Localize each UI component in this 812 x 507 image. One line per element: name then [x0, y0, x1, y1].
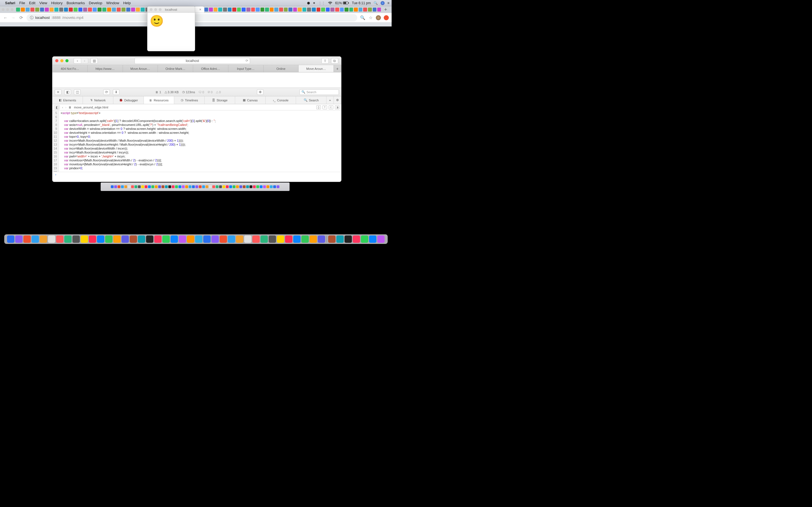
- safari-tab[interactable]: 404 Not Fo…: [52, 65, 88, 72]
- status-battery[interactable]: 61%: [335, 1, 349, 5]
- inspector-tab-timelines[interactable]: ◷Timelines: [174, 96, 205, 104]
- chrome-tab[interactable]: [223, 8, 227, 11]
- dock-app-icon[interactable]: [244, 235, 252, 243]
- chrome-tab[interactable]: [117, 8, 121, 11]
- dock-app-icon[interactable]: [56, 235, 63, 243]
- chrome-tab[interactable]: [279, 8, 283, 11]
- inspector-search-input[interactable]: 🔍 Search: [299, 89, 339, 95]
- dock-app-icon[interactable]: [32, 235, 39, 243]
- chrome-tab[interactable]: [21, 8, 25, 11]
- dock-app-icon[interactable]: [277, 235, 284, 243]
- chrome-tab[interactable]: [88, 8, 92, 11]
- back-icon[interactable]: ←: [3, 15, 8, 20]
- menubar-app-name[interactable]: Safari: [5, 1, 15, 5]
- dock-app-icon[interactable]: [285, 235, 292, 243]
- safari-tab[interactable]: Move Aroun…: [123, 65, 158, 72]
- chrome-tab[interactable]: [126, 8, 130, 11]
- menu-edit[interactable]: Edit: [29, 1, 35, 5]
- dock-app-icon[interactable]: [361, 235, 368, 243]
- chrome-tab[interactable]: [64, 8, 68, 11]
- chrome-tab[interactable]: [345, 8, 349, 11]
- safari-tabs-button[interactable]: ⧉: [331, 58, 338, 64]
- chrome-tab[interactable]: [251, 8, 255, 11]
- dock-app-icon[interactable]: [369, 235, 376, 243]
- dock-app-icon[interactable]: [162, 235, 170, 243]
- dock-app-icon[interactable]: [7, 235, 14, 243]
- inspector-add-tab-button[interactable]: +: [326, 96, 334, 104]
- star-icon[interactable]: ☆: [368, 15, 373, 20]
- safari-address-field[interactable]: localhost ⟳: [135, 58, 250, 64]
- chrome-tab[interactable]: [335, 8, 339, 11]
- dock-app-icon[interactable]: [40, 235, 47, 243]
- dock-app-icon[interactable]: [318, 235, 325, 243]
- console-prompt[interactable]: ›: [52, 172, 341, 177]
- chrome-tab[interactable]: [102, 8, 106, 11]
- chrome-tab[interactable]: [131, 8, 135, 11]
- chrome-tab[interactable]: [69, 8, 73, 11]
- chrome-tab[interactable]: [274, 8, 278, 11]
- dock-app-icon[interactable]: [353, 235, 360, 243]
- dock-app-icon[interactable]: [97, 235, 104, 243]
- dock-app-icon[interactable]: [170, 235, 178, 243]
- chrome-active-tab[interactable]: ×: [194, 6, 204, 13]
- safari-tab[interactable]: Office Admi…: [193, 65, 229, 72]
- popup-min-icon[interactable]: [154, 8, 157, 11]
- popup-titlebar[interactable]: localhost: [147, 6, 195, 13]
- status-bluetooth-icon[interactable]: ⋮⋮: [318, 1, 325, 5]
- chrome-tab[interactable]: [112, 8, 116, 11]
- chrome-tab[interactable]: [331, 8, 335, 11]
- chrome-tab[interactable]: [107, 8, 111, 11]
- dock-app-icon[interactable]: [130, 235, 137, 243]
- status-notifications-icon[interactable]: ≡: [388, 1, 389, 5]
- reload-icon[interactable]: ⟳: [18, 15, 24, 20]
- extension-icon[interactable]: [384, 15, 389, 20]
- chrome-tab[interactable]: [59, 8, 63, 11]
- chrome-tab[interactable]: [93, 8, 97, 11]
- details-sidebar-button[interactable]: ◨: [335, 105, 340, 109]
- dock-app-icon[interactable]: [236, 235, 243, 243]
- safari-traffic-lights[interactable]: [55, 59, 68, 62]
- chrome-tab[interactable]: [298, 8, 302, 11]
- safari-reload-icon[interactable]: ⟳: [246, 59, 248, 62]
- chrome-tab[interactable]: [260, 8, 264, 11]
- inspector-dock-detach-button[interactable]: ◫: [74, 89, 81, 95]
- chrome-tab[interactable]: [232, 8, 236, 11]
- menu-develop[interactable]: Develop: [89, 1, 102, 5]
- pretty-print-button[interactable]: {}: [316, 105, 321, 109]
- safari-tab[interactable]: https://www…: [88, 65, 123, 72]
- menu-history[interactable]: History: [51, 1, 62, 5]
- inspector-reload-button[interactable]: ⟳: [103, 89, 110, 95]
- safari-forward-button[interactable]: ›: [81, 58, 88, 64]
- crumb-back-icon[interactable]: ‹: [62, 106, 63, 109]
- safari-window[interactable]: ‹ › ▥ localhost ⟳ ⇧ ⧉ 404 Not Fo…https:/…: [52, 56, 342, 182]
- chrome-tab[interactable]: [136, 8, 140, 11]
- chrome-tab[interactable]: [45, 8, 49, 11]
- inspector-tab-search[interactable]: 🔍Search: [296, 96, 326, 104]
- safari-tab[interactable]: Input Type…: [229, 65, 264, 72]
- chrome-tab[interactable]: [242, 8, 246, 11]
- safari-share-button[interactable]: ⇧: [321, 58, 329, 64]
- popup-zoom-icon[interactable]: [159, 8, 161, 11]
- safari-back-button[interactable]: ‹: [73, 58, 81, 64]
- chrome-tab[interactable]: [16, 8, 20, 11]
- chrome-tab[interactable]: [50, 8, 54, 11]
- chrome-tab[interactable]: [340, 8, 344, 11]
- crumb-forward-icon[interactable]: ›: [65, 106, 66, 109]
- dock-app-icon[interactable]: [179, 235, 186, 243]
- inspector-tab-canvas[interactable]: ▦Canvas: [235, 96, 266, 104]
- dock-app-icon[interactable]: [252, 235, 260, 243]
- status-wifi-icon[interactable]: [328, 1, 333, 5]
- dock-app-icon[interactable]: [121, 235, 129, 243]
- menu-bookmarks[interactable]: Bookmarks: [66, 1, 85, 5]
- inspector-tab-storage[interactable]: 🗄Storage: [205, 96, 235, 104]
- dock-app-icon[interactable]: [293, 235, 301, 243]
- safari-titlebar[interactable]: ‹ › ▥ localhost ⟳ ⇧ ⧉: [52, 57, 341, 65]
- chrome-tab[interactable]: [54, 8, 58, 11]
- dock-app-icon[interactable]: [154, 235, 161, 243]
- dock-app-icon[interactable]: [328, 235, 336, 243]
- inspector-tab-console[interactable]: ›_Console: [266, 96, 296, 104]
- chrome-tab[interactable]: [368, 8, 372, 11]
- inspector-settings-button[interactable]: ⚙: [334, 96, 341, 104]
- status-spotlight-icon[interactable]: 🔍: [373, 1, 378, 5]
- chrome-tab[interactable]: [321, 8, 325, 11]
